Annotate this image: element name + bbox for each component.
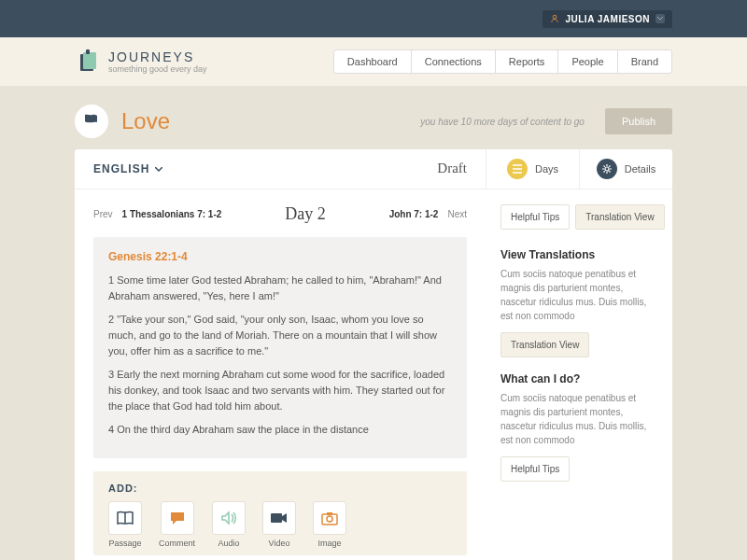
svg-rect-2 bbox=[83, 52, 96, 69]
top-bar: JULIA JAMIESON bbox=[0, 0, 747, 37]
tab-details[interactable]: Details bbox=[579, 149, 672, 189]
page-title: Love bbox=[121, 108, 407, 134]
flag-icon bbox=[83, 113, 100, 130]
helpful-tips-button[interactable]: Helpful Tips bbox=[500, 204, 570, 230]
next-button[interactable]: Next bbox=[447, 209, 467, 219]
brand-tagline: something good every day bbox=[108, 64, 207, 74]
scripture-block: Genesis 22:1-4 1 Some time later God tes… bbox=[93, 237, 467, 458]
user-icon bbox=[550, 14, 559, 23]
nav-dashboard[interactable]: Dashboard bbox=[333, 49, 412, 74]
nav-brand[interactable]: Brand bbox=[617, 49, 672, 74]
content-card: ENGLISH Draft Days Details bbox=[75, 149, 672, 560]
section-title: View Translations bbox=[500, 248, 657, 261]
verse-3: 3 Early the next morning Abraham cut som… bbox=[108, 367, 452, 414]
verse-1: 1 Some time later God tested Abraham; he… bbox=[108, 273, 452, 304]
section-body: Cum sociis natoque penatibus et magnis d… bbox=[500, 391, 657, 447]
add-comment[interactable]: Comment bbox=[159, 501, 195, 548]
what-can-i-do-section: What can I do? Cum sociis natoque penati… bbox=[500, 372, 657, 482]
svg-rect-5 bbox=[271, 513, 282, 523]
add-title: ADD: bbox=[108, 483, 452, 494]
scripture-reference: Genesis 22:1-4 bbox=[108, 250, 452, 263]
chevron-down-icon bbox=[655, 14, 665, 23]
publish-button[interactable]: Publish bbox=[605, 108, 672, 134]
days-icon bbox=[507, 159, 528, 179]
user-menu[interactable]: JULIA JAMIESON bbox=[543, 10, 672, 28]
day-title: Day 2 bbox=[285, 204, 326, 224]
helpful-tips-button-2[interactable]: Helpful Tips bbox=[500, 456, 570, 482]
prev-button[interactable]: Prev bbox=[93, 209, 113, 219]
section-title: What can I do? bbox=[500, 372, 657, 385]
camera-icon bbox=[320, 511, 339, 525]
translation-view-button-2[interactable]: Translation View bbox=[500, 332, 589, 357]
chevron-down-icon bbox=[155, 167, 162, 172]
nav-people[interactable]: People bbox=[557, 49, 617, 74]
svg-point-4 bbox=[605, 167, 609, 171]
page-icon bbox=[75, 105, 108, 138]
card-header: ENGLISH Draft Days Details bbox=[75, 149, 672, 189]
header: JOURNEYS something good every day Dashbo… bbox=[0, 37, 747, 86]
main-content: Prev 1 Thessalonians 7: 1-2 Day 2 John 7… bbox=[75, 189, 486, 560]
status-label: Draft bbox=[418, 149, 486, 189]
language-label: ENGLISH bbox=[93, 162, 149, 175]
sidebar: Helpful Tips Translation View View Trans… bbox=[486, 189, 672, 560]
add-video[interactable]: Video bbox=[262, 501, 296, 548]
svg-rect-8 bbox=[327, 512, 332, 515]
svg-point-0 bbox=[554, 15, 557, 19]
add-audio[interactable]: Audio bbox=[212, 501, 246, 548]
day-navigation: Prev 1 Thessalonians 7: 1-2 Day 2 John 7… bbox=[93, 204, 467, 224]
audio-icon bbox=[220, 511, 237, 525]
brand-title: JOURNEYS bbox=[108, 49, 207, 64]
tab-days[interactable]: Days bbox=[486, 149, 579, 189]
add-section: ADD: Passage Comment Audio bbox=[93, 471, 467, 555]
publish-hint: you have 10 more days of content to go bbox=[420, 117, 585, 127]
user-name: JULIA JAMIESON bbox=[565, 14, 650, 24]
nav-connections[interactable]: Connections bbox=[411, 49, 496, 74]
gear-icon bbox=[597, 159, 617, 179]
add-passage[interactable]: Passage bbox=[108, 501, 142, 548]
main-nav: Dashboard Connections Reports People Bra… bbox=[334, 49, 672, 74]
svg-point-7 bbox=[327, 516, 332, 522]
translation-view-button[interactable]: Translation View bbox=[575, 204, 664, 230]
prev-reference: 1 Thessalonians 7: 1-2 bbox=[122, 209, 222, 219]
verse-2: 2 "Take your son," God said, "your only … bbox=[108, 312, 452, 359]
add-image[interactable]: Image bbox=[313, 501, 346, 548]
language-select[interactable]: ENGLISH bbox=[75, 149, 418, 189]
next-reference: John 7: 1-2 bbox=[389, 209, 439, 219]
book-icon bbox=[116, 511, 134, 525]
svg-rect-3 bbox=[86, 49, 90, 54]
view-translations-section: View Translations Cum sociis natoque pen… bbox=[500, 248, 657, 357]
section-body: Cum sociis natoque penatibus et magnis d… bbox=[500, 267, 657, 323]
comment-icon bbox=[169, 511, 186, 525]
nav-reports[interactable]: Reports bbox=[495, 49, 559, 74]
verse-4: 4 On the third day Abraham saw the place… bbox=[108, 422, 452, 438]
logo-icon bbox=[75, 49, 101, 75]
video-icon bbox=[270, 511, 289, 525]
logo[interactable]: JOURNEYS something good every day bbox=[75, 49, 316, 75]
title-row: Love you have 10 more days of content to… bbox=[0, 86, 747, 149]
